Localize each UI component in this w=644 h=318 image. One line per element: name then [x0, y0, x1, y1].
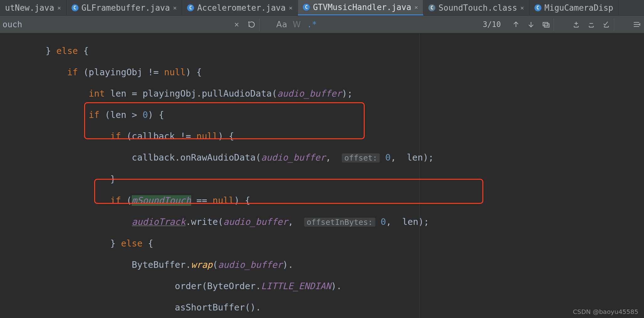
- close-icon[interactable]: ×: [289, 4, 292, 12]
- next-match-button[interactable]: [523, 21, 539, 28]
- java-class-icon: C: [534, 4, 541, 11]
- tab-utnew[interactable]: utNew.java ×: [0, 0, 67, 15]
- clear-search-icon[interactable]: ×: [229, 20, 244, 29]
- code-line: if (playingObj != null) {: [0, 67, 644, 78]
- tab-label: Accelerometer.java: [197, 3, 286, 13]
- code-line: asShortBuffer().: [0, 302, 644, 313]
- remove-selection-icon[interactable]: [584, 20, 599, 29]
- code-line: if (callback != null) {: [0, 131, 644, 142]
- tab-label: MiguCameraDisp: [545, 3, 613, 13]
- tab-label: utNew.java: [5, 3, 54, 13]
- prev-match-button[interactable]: [508, 21, 523, 28]
- code-line: } else {: [0, 238, 644, 249]
- java-class-icon: C: [303, 4, 310, 11]
- watermark: CSDN @baoyu45585: [573, 308, 638, 315]
- tab-accelerometer[interactable]: C Accelerometer.java ×: [182, 0, 298, 15]
- tab-label: SoundTouch.class: [438, 3, 517, 13]
- filter-icon[interactable]: [629, 20, 644, 29]
- code-line: if (mSoundTouch == null) {: [0, 195, 644, 206]
- code-line: callback.onRawAudioData(audio_buffer, of…: [0, 152, 644, 163]
- java-class-icon: C: [187, 4, 194, 11]
- search-input[interactable]: ouch: [0, 20, 229, 29]
- code-area[interactable]: } else { if (playingObj != null) { int l…: [0, 33, 644, 318]
- code-line: if (len > 0) {: [0, 110, 644, 120]
- close-icon[interactable]: ×: [520, 4, 524, 12]
- tab-gtvmusichandler[interactable]: C GTVMusicHandler.java ×: [298, 0, 423, 15]
- tab-migucameradisp[interactable]: C MiguCameraDisp: [529, 0, 619, 15]
- tab-soundtouch[interactable]: C SoundTouch.class ×: [423, 0, 529, 15]
- editor-tabs: utNew.java × C GLFramebuffer.java × C Ac…: [0, 0, 644, 16]
- code-line: } else {: [0, 46, 644, 56]
- tab-glframebuffer[interactable]: C GLFramebuffer.java ×: [67, 0, 182, 15]
- java-class-icon: C: [72, 4, 78, 11]
- select-all-occurrences-button[interactable]: [539, 20, 554, 29]
- svg-rect-2: [543, 22, 548, 26]
- code-editor[interactable]: } else { if (playingObj != null) { int l…: [0, 33, 644, 318]
- close-icon[interactable]: ×: [414, 3, 418, 11]
- code-line: order(ByteOrder.LITTLE_ENDIAN).: [0, 281, 644, 292]
- match-counter: 3/10: [483, 20, 501, 29]
- find-toolbar: ouch × Aa W .* 3/10: [0, 16, 644, 33]
- decompiled-class-icon: C: [428, 4, 435, 11]
- code-line: audioTrack.write(audio_buffer, offsetInB…: [0, 217, 644, 228]
- search-history-icon[interactable]: [244, 20, 259, 29]
- code-line: int len = playingObj.pullAudioData(audio…: [0, 88, 644, 99]
- tab-label: GTVMusicHandler.java: [313, 3, 411, 12]
- match-case-toggle[interactable]: Aa: [274, 20, 289, 29]
- code-line: ByteBuffer.wrap(audio_buffer).: [0, 260, 644, 270]
- code-line: }: [0, 174, 644, 185]
- close-icon[interactable]: ×: [173, 4, 177, 12]
- select-all-button[interactable]: [599, 20, 614, 29]
- close-icon[interactable]: ×: [57, 4, 61, 12]
- tab-label: GLFramebuffer.java: [82, 3, 170, 13]
- whole-word-toggle[interactable]: W: [289, 20, 304, 29]
- regex-toggle[interactable]: .*: [304, 20, 319, 29]
- add-selection-icon[interactable]: [569, 20, 584, 29]
